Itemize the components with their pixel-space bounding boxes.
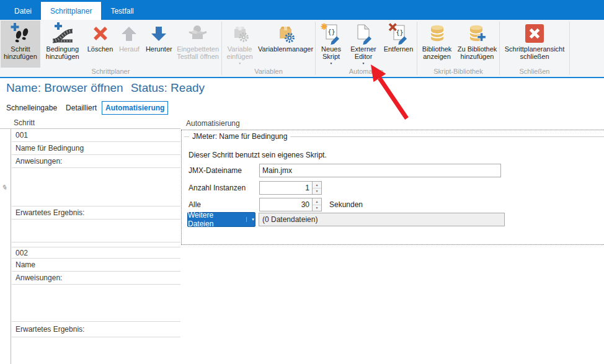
tab-testfall[interactable]: Testfall — [101, 2, 143, 20]
new-script-label: Neues Skript — [316, 45, 346, 60]
tab-detailliert[interactable]: Detailliert — [62, 101, 100, 115]
show-library-label: Bibliothek anzeigen — [418, 45, 456, 60]
step-name-cell[interactable]: Name für Bedingung — [12, 142, 180, 155]
new-script-button[interactable]: {} Neues Skript ▼ — [316, 20, 346, 68]
step-expected-label-cell[interactable]: Erwartetes Ergebnis: — [12, 322, 180, 337]
ribbon-group-label-schliessen: Schließen — [500, 68, 569, 77]
ribbon-group-label-schrittplaner: Schrittplaner — [1, 68, 221, 77]
groupbox-line — [184, 136, 189, 137]
step-instructions-label-cell[interactable]: Anweisungen: — [12, 155, 180, 168]
insert-variable-label: Variable einfügen — [223, 45, 257, 60]
add-step-label: Schritt hinzufügen — [1, 45, 40, 60]
instance-count-stepper[interactable]: ▲ ▼ — [312, 182, 321, 194]
more-files-button[interactable]: Weitere Dateien ▼ — [187, 212, 255, 227]
ribbon-group-schrittplaner: Schritt hinzufügen Bedingung hinzufügen — [0, 20, 221, 77]
delete-label: Löschen — [87, 45, 113, 53]
ribbon-group-skript-bibliothek: Bibliothek anzeigen — [417, 20, 499, 77]
interval-stepper[interactable]: ▲ ▼ — [312, 198, 321, 211]
move-down-button[interactable]: Herunter — [143, 20, 175, 68]
chevron-down-icon: ▼ — [330, 61, 333, 65]
step-expected-value-cell[interactable] — [12, 337, 180, 364]
move-down-label: Herunter — [146, 45, 172, 53]
open-embedded-testcase-button[interactable]: Eingebetteten Testfall öffnen — [175, 20, 221, 68]
remove-script-label: Entfernen — [384, 45, 414, 53]
instance-count-input[interactable] — [260, 182, 312, 194]
stepper-up-icon[interactable]: ▲ — [313, 182, 321, 189]
step-number-cell[interactable]: 002 — [12, 247, 180, 259]
close-stepplanner-view-button[interactable]: Schrittplaneransicht schließen — [500, 20, 569, 68]
add-to-library-label: Zu Bibliothek hinzufügen — [456, 45, 499, 60]
page-title: Name: Browser öffnenStatus: Ready — [6, 81, 205, 95]
ribbon-group-variablen: Variable einfügen ▼ Vari — [222, 20, 315, 77]
ribbon-group-automation: {} Neues Skript ▼ — [316, 20, 417, 77]
step-expected-label-cell[interactable]: Erwartetes Ergebnis: — [12, 206, 180, 220]
chevron-down-icon: ▼ — [246, 217, 255, 222]
step-name-cell[interactable]: Name — [12, 259, 180, 272]
delete-button[interactable]: Löschen — [85, 20, 116, 68]
step-instructions-value-cell[interactable] — [12, 168, 180, 206]
up-arrow-icon — [120, 22, 138, 45]
ribbon-group-label-variablen: Variablen — [223, 68, 314, 77]
svg-text:{}: {} — [327, 29, 335, 35]
stepper-down-icon[interactable]: ▼ — [313, 205, 321, 211]
add-condition-button[interactable]: Bedingung hinzufügen — [40, 20, 85, 68]
jmeter-groupbox-titlerow: JMeter: Name für Bedingung — [184, 132, 604, 141]
step-name-title: Name: Browser öffnen — [6, 81, 123, 94]
step-instructions-value-cell[interactable] — [12, 285, 180, 322]
down-arrow-icon — [149, 22, 168, 45]
edit-pencil-icon: ✎ — [1, 183, 7, 192]
script-description-text: Dieser Schritt benutzt sein eigenes Skri… — [189, 151, 327, 159]
interval-label: Alle — [189, 200, 259, 209]
view-subtabs: Schnelleingabe Detailliert Automatisieru… — [2, 101, 169, 115]
ribbon-group-label-skript-bibliothek: Skript-Bibliothek — [418, 68, 499, 77]
open-embedded-testcase-label: Eingebetteten Testfall öffnen — [175, 45, 221, 60]
interval-unit-label: Sekunden — [329, 200, 363, 209]
external-editor-button[interactable]: Externer Editor ▼ — [346, 20, 381, 68]
jmx-filename-input[interactable] — [259, 164, 501, 177]
interval-input[interactable] — [260, 198, 312, 211]
ribbon-bottom-border — [0, 77, 604, 78]
steps-column-header: Schritt — [0, 117, 180, 129]
add-to-library-button[interactable]: Zu Bibliothek hinzufügen — [456, 20, 499, 68]
move-up-button[interactable]: Herauf — [115, 20, 143, 68]
footsteps-add-icon — [9, 22, 32, 45]
external-editor-label: Externer Editor — [346, 45, 381, 60]
delete-x-icon — [91, 22, 110, 45]
database-icon — [427, 22, 448, 45]
ribbon-tab-bar: Datei Schrittplaner Testfall — [0, 0, 604, 20]
close-stepplanner-view-label: Schrittplaneransicht schließen — [500, 45, 569, 60]
tab-automatisierung[interactable]: Automatisierung — [102, 101, 168, 115]
remove-script-button[interactable]: {} Entfernen — [381, 20, 416, 68]
move-up-label: Herauf — [119, 45, 140, 53]
chevron-down-icon: ▼ — [362, 61, 365, 65]
tab-schnelleingabe[interactable]: Schnelleingabe — [2, 101, 61, 115]
variable-manager-button[interactable]: Variablenmanager — [257, 20, 314, 68]
step-number-cell[interactable]: 001 — [12, 129, 180, 142]
step-expected-value-cell[interactable] — [12, 220, 180, 242]
jmeter-groupbox-title: JMeter: Name für Bedingung — [189, 132, 290, 141]
variable-insert-icon — [229, 22, 251, 45]
variable-manager-icon — [275, 22, 296, 45]
stepper-up-icon[interactable]: ▲ — [313, 198, 321, 205]
add-step-button[interactable]: Schritt hinzufügen — [1, 20, 40, 68]
jmeter-groupbox: JMeter: Name für Bedingung Dieser Schrit… — [181, 130, 604, 245]
tab-datei[interactable]: Datei — [5, 2, 41, 20]
stepper-down-icon[interactable]: ▼ — [313, 189, 321, 195]
step-status-title: Status: Ready — [131, 81, 205, 94]
database-add-icon — [466, 22, 489, 45]
tab-schrittplaner[interactable]: Schrittplaner — [41, 2, 101, 20]
app-window: Datei Schrittplaner Testfall — [0, 0, 604, 364]
step-block-separator — [12, 242, 180, 247]
remove-script-icon: {} — [388, 22, 410, 45]
more-files-button-label: Weitere Dateien — [188, 211, 241, 228]
show-library-button[interactable]: Bibliothek anzeigen — [418, 20, 456, 68]
ribbon-separator — [569, 22, 570, 75]
jmx-filename-label: JMX-Dateiname — [189, 166, 259, 175]
ribbon-group-label-automation: Automation — [316, 68, 416, 77]
instance-count-label: Anzahl Instanzen — [189, 184, 259, 192]
insert-variable-button[interactable]: Variable einfügen ▼ — [223, 20, 257, 68]
data-files-field[interactable]: (0 Datendateien) — [259, 213, 505, 226]
add-condition-label: Bedingung hinzufügen — [40, 45, 85, 60]
variable-manager-label: Variablenmanager — [258, 45, 313, 53]
step-instructions-label-cell[interactable]: Anweisungen: — [12, 272, 180, 285]
